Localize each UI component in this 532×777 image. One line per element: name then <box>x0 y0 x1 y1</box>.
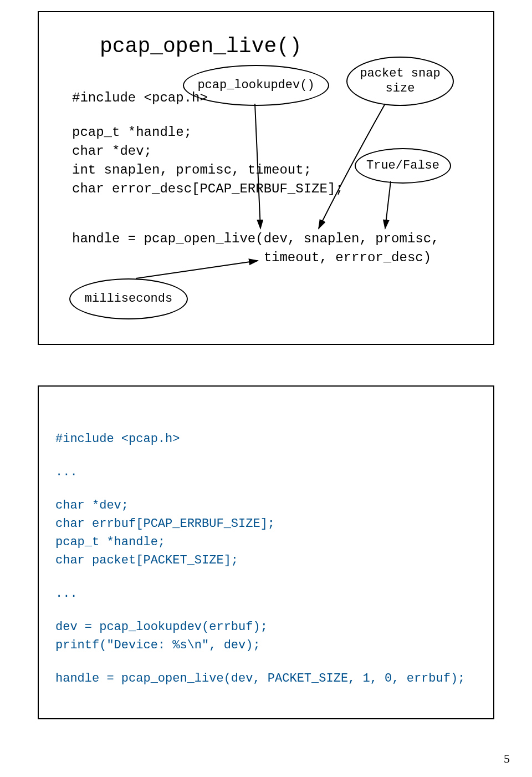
slide-2: #include <pcap.h> ... char *dev; char er… <box>38 385 494 719</box>
bubble-snap: packet snap size <box>346 57 454 106</box>
s2-include: #include <pcap.h> <box>55 430 180 448</box>
code-decl4: char error_desc[PCAP_ERRBUF_SIZE]; <box>72 180 344 199</box>
page-number: 5 <box>504 751 510 766</box>
bubble-truefalse: True/False <box>355 148 451 184</box>
svg-line-1 <box>385 181 391 228</box>
slide-1: pcap_open_live() #include <pcap.h> pcap_… <box>38 11 494 345</box>
code-decl2: char *dev; <box>72 142 152 161</box>
s2-ellipsis1: ... <box>55 463 78 481</box>
code-decl3: int snaplen, promisc, timeout; <box>72 161 311 180</box>
code-decl1: pcap_t *handle; <box>72 123 192 142</box>
s2-ellipsis2: ... <box>55 585 78 603</box>
s2-l4: char errbuf[PCAP_ERRBUF_SIZE]; <box>55 515 275 533</box>
s2-l10: handle = pcap_open_live(dev, PACKET_SIZE… <box>55 669 465 688</box>
bubble-ms: milliseconds <box>69 278 188 319</box>
s2-l9: printf("Device: %s\n", dev); <box>55 636 260 654</box>
bubble-lookup: pcap_lookupdev() <box>183 65 329 106</box>
slide-title: pcap_open_live() <box>100 34 302 58</box>
s2-l6: char packet[PACKET_SIZE]; <box>55 551 238 570</box>
s2-l5: pcap_t *handle; <box>55 533 165 551</box>
s2-l3: char *dev; <box>55 496 129 515</box>
s2-l8: dev = pcap_lookupdev(errbuf); <box>55 618 268 636</box>
code-call1: handle = pcap_open_live(dev, snaplen, pr… <box>72 230 439 248</box>
code-call2: timeout, errror_desc) <box>72 248 431 267</box>
